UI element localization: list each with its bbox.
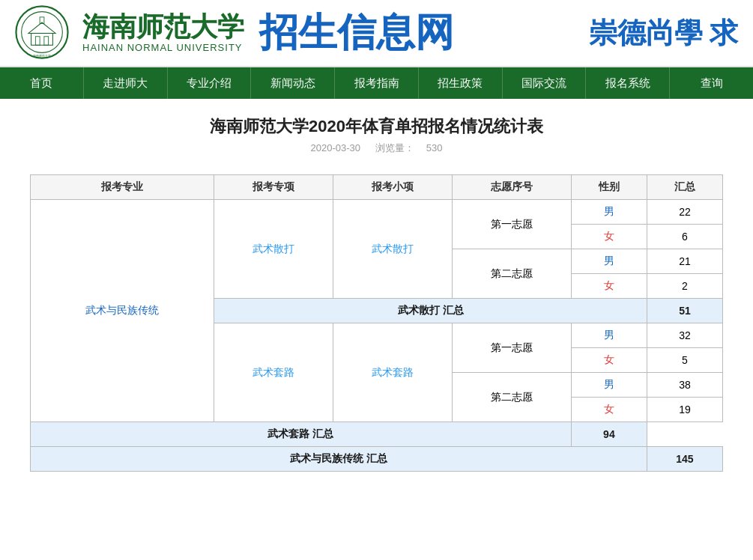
- total-row: 武术与民族传统 汇总 145: [31, 447, 723, 472]
- university-logo: 海南师范大学: [15, 5, 71, 61]
- nav-news[interactable]: 新闻动态: [251, 67, 335, 99]
- summary-label: 武术散打 汇总: [214, 299, 647, 323]
- wish-cell: 第一志愿: [453, 323, 572, 373]
- statistics-table: 报考专业 报考专项 报考小项 志愿序号 性别 汇总 武术与民族传统 武术散打 武…: [30, 174, 723, 472]
- col-gender: 性别: [571, 175, 647, 200]
- header-slogan: 崇德尚學 求: [589, 14, 739, 52]
- total-count: 145: [647, 447, 722, 472]
- gender-cell: 女: [571, 225, 647, 249]
- gender-cell: 女: [571, 348, 647, 373]
- site-header: 海南师范大学 海南师范大学 HAINAN NORMAL UNIVERSITY 招…: [0, 0, 753, 67]
- summary-label: 武术套路 汇总: [31, 422, 572, 447]
- table-row: 武术与民族传统 武术散打 武术散打 第一志愿 男 22: [31, 200, 723, 225]
- gender-cell: 男: [571, 373, 647, 398]
- summary-row: 武术套路 汇总 94: [31, 422, 723, 447]
- nav-apply[interactable]: 报名系统: [586, 67, 670, 99]
- table-header-row: 报考专业 报考专项 报考小项 志愿序号 性别 汇总: [31, 175, 723, 200]
- svg-rect-3: [35, 36, 40, 45]
- page-view-label: 浏览量：: [375, 142, 414, 153]
- gender-cell: 男: [571, 200, 647, 225]
- col-wish: 志愿序号: [453, 175, 572, 200]
- summary-count: 51: [647, 299, 722, 323]
- col-subitem-group: 报考专项: [214, 175, 333, 200]
- main-content: 报考专业 报考专项 报考小项 志愿序号 性别 汇总 武术与民族传统 武术散打 武…: [0, 159, 753, 487]
- count-cell: 19: [647, 398, 722, 422]
- wish-cell: 第一志愿: [453, 200, 572, 249]
- total-label: 武术与民族传统 汇总: [31, 447, 647, 472]
- major-cell: 武术与民族传统: [31, 200, 214, 422]
- count-cell: 38: [647, 373, 722, 398]
- col-subitem: 报考小项: [333, 175, 453, 200]
- page-meta: 2020-03-30 浏览量：530: [0, 141, 753, 155]
- svg-point-0: [16, 6, 67, 58]
- nav-policy[interactable]: 招生政策: [419, 67, 503, 99]
- gender-cell: 女: [571, 398, 647, 422]
- university-name-block: 海南师范大学 HAINAN NORMAL UNIVERSITY: [82, 13, 244, 54]
- page-title-area: 海南师范大学2020年体育单招报名情况统计表 2020-03-30 浏览量：53…: [0, 99, 753, 159]
- page-date: 2020-03-30: [311, 142, 361, 153]
- count-cell: 5: [647, 348, 722, 373]
- subitem-group-cell: 武术散打: [214, 200, 333, 299]
- nav-about[interactable]: 走进师大: [84, 67, 168, 99]
- svg-text:海南师范大学: 海南师范大学: [33, 54, 51, 58]
- svg-marker-5: [28, 22, 55, 33]
- count-cell: 21: [647, 249, 722, 274]
- nav-guide[interactable]: 报考指南: [335, 67, 419, 99]
- count-cell: 6: [647, 225, 722, 249]
- count-cell: 32: [647, 323, 722, 348]
- university-en-name: HAINAN NORMAL UNIVERSITY: [82, 42, 244, 53]
- main-nav: 首页 走进师大 专业介绍 新闻动态 报考指南 招生政策 国际交流 报名系统 查询: [0, 67, 753, 99]
- gender-cell: 女: [571, 274, 647, 299]
- col-major: 报考专业: [31, 175, 214, 200]
- svg-rect-4: [44, 36, 49, 45]
- subitem-cell: 武术散打: [333, 200, 453, 299]
- gender-cell: 男: [571, 249, 647, 274]
- svg-rect-2: [31, 33, 53, 45]
- col-total: 汇总: [647, 175, 722, 200]
- nav-query[interactable]: 查询: [670, 67, 753, 99]
- site-name: 招生信息网: [259, 13, 454, 52]
- subitem-cell: 武术套路: [333, 323, 453, 422]
- svg-point-1: [22, 11, 63, 52]
- nav-majors[interactable]: 专业介绍: [168, 67, 252, 99]
- university-cn-name: 海南师范大学: [82, 13, 244, 43]
- page-view-count: 530: [426, 142, 443, 153]
- subitem-group-cell: 武术套路: [214, 323, 333, 422]
- nav-home[interactable]: 首页: [0, 67, 84, 99]
- page-title: 海南师范大学2020年体育单招报名情况统计表: [0, 115, 753, 138]
- count-cell: 22: [647, 200, 722, 225]
- summary-count: 94: [571, 422, 647, 447]
- wish-cell: 第二志愿: [453, 373, 572, 422]
- nav-intl[interactable]: 国际交流: [503, 67, 587, 99]
- count-cell: 2: [647, 274, 722, 299]
- gender-cell: 男: [571, 323, 647, 348]
- wish-cell: 第二志愿: [453, 249, 572, 299]
